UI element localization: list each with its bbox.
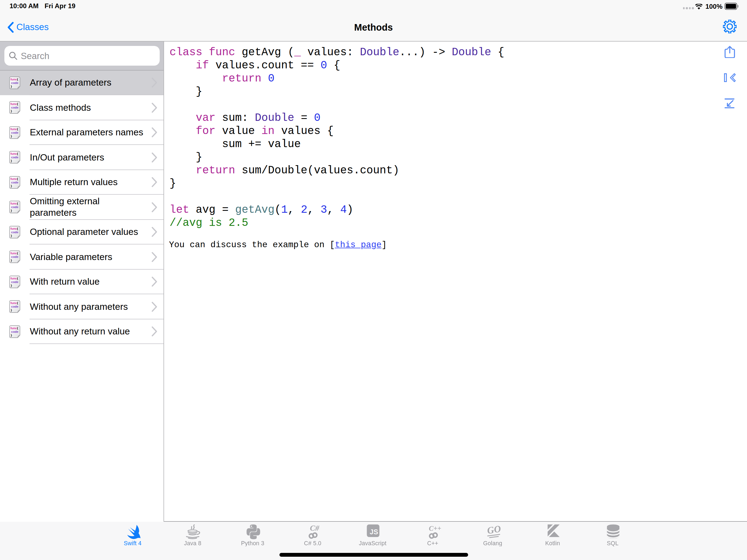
svg-text:}: } [11,259,12,262]
svg-text:C#: C# [310,524,319,532]
svg-text:code: code [11,280,19,284]
svg-text:code: code [11,131,19,134]
svg-text:C++: C++ [429,525,441,532]
svg-text:}: } [11,184,12,187]
svg-text:}: } [11,234,12,237]
svg-text:}: } [11,134,12,138]
svg-text:}: } [11,284,12,287]
svg-text:}: } [11,309,12,312]
svg-text:func{: func{ [10,202,18,205]
svg-text:}: } [11,159,12,163]
svg-text:code: code [11,255,19,259]
svg-text:func{: func{ [10,252,18,255]
svg-text:}: } [11,110,12,113]
svg-text:func{: func{ [10,152,18,156]
svg-text:func{: func{ [10,78,18,81]
svg-text:func{: func{ [10,127,18,131]
svg-text:func{: func{ [10,177,18,180]
svg-text:func{: func{ [10,302,18,305]
svg-text:code: code [11,305,19,308]
svg-text:func{: func{ [10,277,18,280]
svg-text:}: } [11,334,12,337]
svg-text:}: } [11,209,12,212]
svg-text:code: code [11,156,19,159]
svg-text:code: code [11,206,19,209]
svg-text:func{: func{ [10,327,18,330]
svg-text:code: code [11,230,19,234]
svg-text:func{: func{ [10,103,18,106]
svg-text:code: code [11,181,19,184]
svg-text:}: } [11,85,12,88]
svg-text:code: code [11,330,19,333]
svg-text:code: code [11,81,19,84]
svg-text:code: code [11,106,19,109]
svg-text:func{: func{ [10,227,18,230]
